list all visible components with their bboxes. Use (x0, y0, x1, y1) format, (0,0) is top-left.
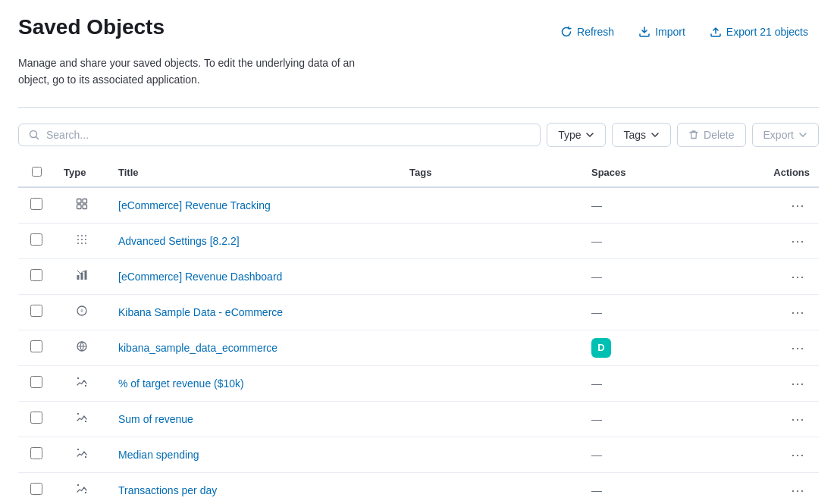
type-icon-cell (55, 330, 109, 365)
tags-cell (400, 330, 582, 365)
object-title-link[interactable]: Kibana Sample Data - eCommerce (118, 306, 283, 318)
svg-rect-14 (77, 275, 80, 280)
spaces-cell: — (582, 437, 746, 472)
more-actions-button[interactable]: ⋯ (786, 267, 810, 286)
svg-point-12 (81, 243, 83, 244)
search-input[interactable] (46, 129, 531, 141)
object-title-link[interactable]: Advanced Settings [8.2.2] (118, 235, 240, 247)
row-checkbox-cell[interactable] (18, 258, 55, 294)
refresh-button[interactable]: Refresh (550, 21, 625, 42)
trash-icon (688, 130, 699, 140)
row-checkbox-cell[interactable] (18, 437, 55, 472)
table-row: % of target revenue ($10k)—⋯ (18, 365, 819, 401)
type-icon-cell (55, 437, 109, 472)
svg-rect-4 (83, 205, 87, 209)
actions-column-header: Actions (746, 159, 819, 187)
delete-button[interactable]: Delete (677, 123, 745, 147)
object-title-link[interactable]: Median spending (118, 449, 199, 461)
more-actions-button[interactable]: ⋯ (786, 302, 810, 322)
divider (18, 107, 819, 108)
row-checkbox-cell[interactable] (18, 187, 55, 224)
row-checkbox[interactable] (30, 198, 42, 210)
object-title-link[interactable]: [eCommerce] Revenue Dashboard (118, 271, 282, 283)
dashboard-icon (76, 200, 88, 212)
row-checkbox[interactable] (30, 305, 42, 317)
spaces-cell: — (582, 258, 746, 294)
row-checkbox[interactable] (30, 233, 42, 246)
page-header: Saved Objects Refresh Import (18, 15, 819, 42)
more-actions-button[interactable]: ⋯ (786, 481, 810, 500)
table-row: [eCommerce] Revenue Dashboard—⋯ (18, 258, 819, 294)
table-header: Type Title Tags Spaces Actions (18, 159, 819, 187)
svg-point-10 (85, 239, 86, 240)
select-all-header[interactable] (18, 159, 55, 187)
type-icon-cell (55, 401, 109, 437)
grid-icon (76, 236, 88, 248)
more-actions-button[interactable]: ⋯ (786, 374, 810, 393)
row-checkbox[interactable] (30, 376, 42, 388)
actions-cell: ⋯ (746, 401, 819, 437)
row-checkbox-cell[interactable] (18, 330, 55, 365)
more-actions-button[interactable]: ⋯ (786, 196, 810, 215)
row-checkbox[interactable] (30, 269, 42, 281)
import-button[interactable]: Import (628, 21, 696, 42)
type-filter-button[interactable]: Type (547, 123, 606, 147)
tags-cell (400, 437, 582, 472)
type-icon-cell (55, 472, 109, 504)
object-title-link[interactable]: kibana_sample_data_ecommerce (118, 342, 277, 354)
page-title: Saved Objects (18, 15, 165, 39)
object-title-link[interactable]: % of target revenue ($10k) (118, 377, 244, 390)
select-all-checkbox[interactable] (32, 167, 42, 177)
header-actions: Refresh Import Export 21 objects (550, 21, 819, 42)
type-icon-cell (55, 258, 109, 294)
more-actions-button[interactable]: ⋯ (786, 338, 810, 358)
svg-point-8 (77, 239, 79, 240)
svg-point-13 (85, 243, 86, 244)
row-checkbox[interactable] (30, 412, 42, 424)
lens-icon (76, 485, 88, 497)
compass-icon (76, 307, 88, 319)
spaces-cell: D (582, 330, 746, 365)
row-checkbox-cell[interactable] (18, 401, 55, 437)
export-button[interactable]: Export 21 objects (699, 21, 819, 42)
table-row: Sum of revenue—⋯ (18, 401, 819, 437)
tags-cell (400, 258, 582, 294)
objects-table: Type Title Tags Spaces Actions [eCommerc… (18, 159, 819, 504)
type-icon-cell (55, 294, 109, 330)
lens-icon (76, 414, 88, 426)
svg-point-9 (81, 239, 83, 240)
tags-filter-button[interactable]: Tags (612, 123, 671, 147)
export-objects-button[interactable]: Export (752, 123, 819, 147)
space-badge: D (591, 338, 611, 358)
svg-rect-15 (81, 273, 83, 280)
table-row: Kibana Sample Data - eCommerce—⋯ (18, 294, 819, 330)
row-checkbox[interactable] (30, 340, 42, 352)
row-checkbox[interactable] (30, 483, 42, 495)
actions-cell: ⋯ (746, 294, 819, 330)
actions-cell: ⋯ (746, 472, 819, 504)
more-actions-button[interactable]: ⋯ (786, 445, 810, 465)
search-icon (28, 129, 40, 141)
chevron-down-icon (585, 130, 594, 139)
row-checkbox-cell[interactable] (18, 472, 55, 504)
title-cell: Sum of revenue (109, 401, 400, 437)
row-checkbox-cell[interactable] (18, 294, 55, 330)
chevron-down-icon (650, 130, 660, 139)
row-checkbox-cell[interactable] (18, 223, 55, 258)
search-box[interactable] (18, 124, 541, 146)
object-title-link[interactable]: Transactions per day (118, 484, 217, 496)
object-title-link[interactable]: Sum of revenue (118, 413, 193, 425)
row-checkbox-cell[interactable] (18, 365, 55, 401)
spaces-column-header: Spaces (582, 159, 746, 187)
title-cell: Kibana Sample Data - eCommerce (109, 294, 400, 330)
more-actions-button[interactable]: ⋯ (786, 409, 810, 429)
more-actions-button[interactable]: ⋯ (786, 231, 810, 251)
actions-cell: ⋯ (746, 437, 819, 472)
row-checkbox[interactable] (30, 447, 42, 459)
saved-objects-page: Saved Objects Refresh Import (0, 0, 837, 504)
tags-cell (400, 294, 582, 330)
title-cell: [eCommerce] Revenue Tracking (109, 187, 400, 224)
object-title-link[interactable]: [eCommerce] Revenue Tracking (118, 199, 271, 211)
actions-cell: ⋯ (746, 258, 819, 294)
tags-cell (400, 223, 582, 258)
